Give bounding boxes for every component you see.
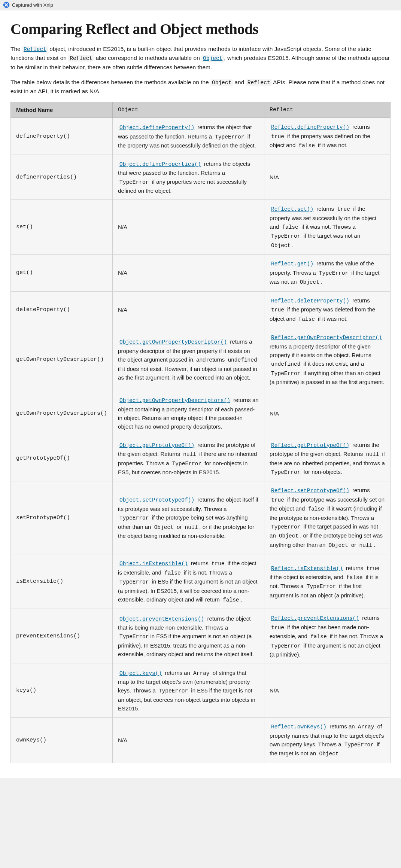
api-method-link[interactable]: Object.isExtensible() [118,560,189,567]
table-cell: N/A [264,155,391,200]
table-cell: Object.preventExtensions() returns the o… [113,609,264,664]
table-cell: Reflect.deleteProperty() returns true if… [264,291,391,328]
method-name-cell: isExtensible() [11,554,113,609]
api-method-link[interactable]: Reflect.set() [270,206,315,213]
table-cell: N/A [264,664,391,718]
api-method-link[interactable]: Object.getOwnPropertyDescriptor() [118,339,228,345]
intro-paragraph-1: The Reflect object, introduced in ES2015… [10,45,391,72]
inline-code: true [365,565,381,572]
watermark-bar: Captured with Xnip [0,0,401,10]
inline-code: true [335,206,352,213]
api-method-link[interactable]: Object.defineProperties() [118,161,203,168]
inline-code: TypeError [118,515,150,521]
table-cell: Object.defineProperty() returns the obje… [113,118,264,155]
api-method-link[interactable]: Reflect.ownKeys() [270,724,328,730]
table-cell: Object.keys() returns an Array of string… [113,664,264,718]
method-name-cell: set() [11,200,113,255]
api-method-link[interactable]: Reflect.get() [270,261,315,267]
table-row: ownKeys()N/AReflect.ownKeys() returns an… [11,718,391,763]
method-name-cell: get() [11,255,113,291]
table-cell: Object.setPrototypeOf() returns the obje… [113,481,264,554]
method-name-cell: getOwnPropertyDescriptor() [11,328,113,391]
table-cell: Object.getPrototypeOf() returns the prot… [113,436,264,481]
table-cell: Reflect.defineProperty() returns true if… [264,118,391,155]
api-method-link[interactable]: Reflect.getOwnPropertyDescriptor() [270,334,383,341]
inline-code: false [297,316,316,323]
inline-code: true [270,307,286,313]
table-row: deleteProperty()N/AReflect.deletePropert… [11,291,391,328]
table-cell: Object.defineProperties() returns the ob… [113,155,264,200]
inline-code: TypeError [118,179,150,186]
intro-paragraph-2: The table below details the differences … [10,78,391,96]
reflect-link[interactable]: Reflect [22,46,48,53]
inline-code: null [182,451,198,458]
table-row: isExtensible()Object.isExtensible() retu… [11,554,391,609]
reflect-code: Reflect [68,55,94,62]
inline-code: false [163,570,182,576]
xnip-logo-icon [3,1,10,8]
table-cell: Object.getOwnPropertyDescriptors() retur… [113,391,264,436]
inline-code: TypeError [213,134,246,140]
table-cell: Object.isExtensible() returns true if th… [113,554,264,609]
table-row: defineProperties()Object.definePropertie… [11,155,391,200]
document-page: Comparing Reflect and Object methods The… [0,10,401,778]
inline-code: Object [277,533,300,539]
inline-code: TypeError [270,469,302,476]
method-name-cell: getPrototypeOf() [11,436,113,481]
inline-code: Object [327,542,350,549]
page-title: Comparing Reflect and Object methods [10,20,391,38]
inline-code: false [297,142,316,149]
inline-code: TypeError [171,460,203,467]
api-method-link[interactable]: Object.getOwnPropertyDescriptors() [118,397,232,404]
api-method-link[interactable]: Reflect.preventExtensions() [270,615,361,622]
watermark-label: Captured with Xnip [12,2,53,8]
api-method-link[interactable]: Reflect.setPrototypeOf() [270,487,351,494]
api-method-link[interactable]: Reflect.deleteProperty() [270,298,351,304]
inline-code: TypeError [270,233,302,240]
inline-code: Array [356,724,376,730]
table-body: defineProperty()Object.defineProperty() … [11,118,391,763]
table-cell: Reflect.getOwnPropertyDescriptor() retur… [264,328,391,391]
table-cell: Reflect.setPrototypeOf() returns true if… [264,481,391,554]
inline-code: true [270,624,286,631]
table-row: getOwnPropertyDescriptors()Object.getOwn… [11,391,391,436]
text: The table below details the differences … [10,79,210,85]
table-row: getOwnPropertyDescriptor()Object.getOwnP… [11,328,391,391]
inline-code: TypeError [318,270,350,277]
inline-code: true [270,133,286,140]
api-method-link[interactable]: Object.getPrototypeOf() [118,442,196,449]
inline-code: Object [298,279,321,286]
api-method-link[interactable]: Object.keys() [118,670,163,677]
api-method-link[interactable]: Reflect.isExtensible() [270,565,344,572]
table-cell: Reflect.set() returns true if the proper… [264,200,391,255]
inline-code: undefined [270,361,302,368]
table-cell: Reflect.preventExtensions() returns true… [264,609,391,664]
inline-code: null [365,451,381,458]
api-method-link[interactable]: Object.preventExtensions() [118,616,206,622]
inline-code: Object [318,750,340,757]
api-method-link[interactable]: Object.setPrototypeOf() [118,497,196,503]
inline-code: null [183,524,200,531]
object-link[interactable]: Object [201,55,224,62]
table-row: get()N/AReflect.get() returns the value … [11,255,391,291]
table-row: defineProperty()Object.defineProperty() … [11,118,391,155]
api-method-link[interactable]: Reflect.defineProperty() [270,124,351,131]
inline-code: null [358,542,374,549]
reflect-code: Reflect [246,79,272,86]
inline-code: Object [270,242,292,249]
inline-code: Object [153,524,175,531]
object-code: Object [210,79,233,86]
inline-code: Array [192,670,211,677]
text: also correspond to methods available on [94,55,201,61]
table-cell: Reflect.getPrototypeOf() returns the pro… [264,436,391,481]
inline-code: TypeError [270,524,302,530]
inline-code: TypeError [157,688,189,694]
api-method-link[interactable]: Reflect.getPrototypeOf() [270,442,351,449]
api-method-link[interactable]: Object.defineProperty() [118,124,196,131]
table-row: setPrototypeOf()Object.setPrototypeOf() … [11,481,391,554]
table-cell: Reflect.ownKeys() returns an Array of pr… [264,718,391,763]
method-name-cell: defineProperty() [11,118,113,155]
text: and [233,79,246,85]
inline-code: false [221,597,241,603]
table-row: preventExtensions()Object.preventExtensi… [11,609,391,664]
